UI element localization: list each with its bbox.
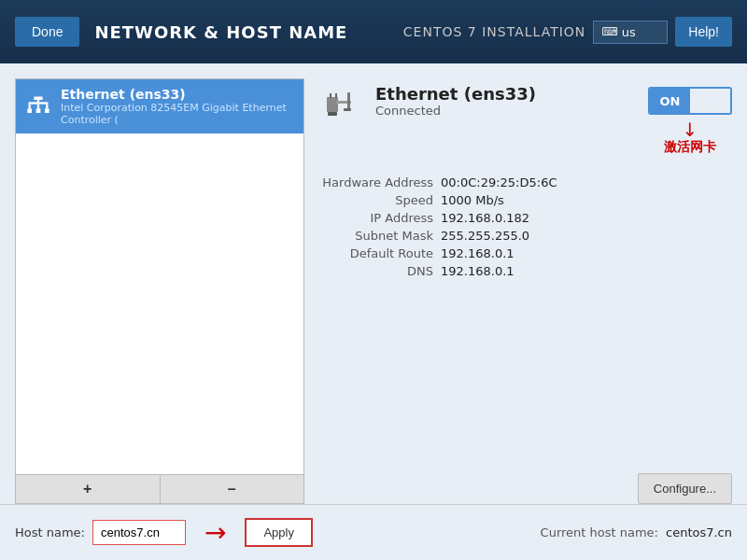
done-button[interactable]: Done [15,17,79,47]
add-network-button[interactable]: + [16,475,161,503]
remove-network-button[interactable]: – [161,475,304,503]
toggle-container: ON ↓ 激活网卡 [648,87,732,115]
network-list-item[interactable]: Ethernet (ens33) Intel Corporation 82545… [16,79,303,133]
default-route-label: Default Route [319,246,441,260]
eth-info: Ethernet (ens33) Connected [319,78,536,123]
current-hostname-label: Current host name: [541,525,658,539]
hostname-section: Host name: → Apply [15,518,313,547]
hostname-input[interactable] [92,520,186,545]
page-title: NETWORK & HOST NAME [94,22,347,42]
svg-rect-15 [344,108,351,111]
annotation: ↓ 激活网卡 [664,120,716,156]
svg-rect-4 [37,105,39,109]
eth-header: Ethernet (ens33) Connected ON ↓ 激活网卡 [319,78,732,123]
network-list: Ethernet (ens33) Intel Corporation 82545… [15,78,304,475]
hardware-address-value: 00:0C:29:25:D5:6C [441,175,557,189]
svg-rect-3 [29,105,31,109]
subnet-value: 255.255.255.0 [441,229,529,243]
left-panel: Ethernet (ens33) Intel Corporation 82545… [15,78,304,504]
default-route-row: Default Route 192.168.0.1 [319,246,732,260]
bottom-bar: Host name: → Apply Current host name: ce… [0,504,747,560]
hardware-address-label: Hardware Address [319,175,441,189]
language-selector[interactable]: ⌨ us [593,21,668,44]
network-item-desc: Intel Corporation 82545EM Gigabit Ethern… [61,102,294,126]
hostname-label: Host name: [15,525,85,539]
centos-title: CENTOS 7 INSTALLATION [403,24,585,39]
configure-button[interactable]: Configure... [638,473,732,504]
subnet-label: Subnet Mask [319,229,441,243]
svg-rect-8 [34,97,42,101]
header-right: CENTOS 7 INSTALLATION ⌨ us Help! [403,17,732,47]
current-hostname-value: centos7.cn [666,525,732,539]
svg-rect-9 [327,97,338,112]
ip-value: 192.168.0.182 [441,211,529,225]
eth-status: Connected [375,104,536,118]
default-route-value: 192.168.0.1 [441,246,514,260]
keyboard-icon: ⌨ [601,25,617,38]
speed-row: Speed 1000 Mb/s [319,193,732,207]
annotation-text: 激活网卡 [664,139,716,156]
eth-name: Ethernet (ens33) [375,84,536,104]
ethernet-list-icon [25,93,51,119]
toggle-off[interactable] [690,89,730,113]
header-left: Done NETWORK & HOST NAME [15,17,347,47]
list-controls: + – [15,475,304,504]
eth-title-block: Ethernet (ens33) Connected [375,84,536,118]
lang-value: us [622,25,636,39]
current-hostname-section: Current host name: centos7.cn [541,525,732,539]
svg-rect-2 [45,108,49,113]
ip-label: IP Address [319,211,441,225]
svg-rect-6 [29,102,49,104]
network-details: Hardware Address 00:0C:29:25:D5:6C Speed… [319,175,732,451]
network-item-info: Ethernet (ens33) Intel Corporation 82545… [61,87,294,126]
header: Done NETWORK & HOST NAME CENTOS 7 INSTAL… [0,0,747,63]
arrow-right-icon: → [204,520,226,546]
arrow-down-icon: ↓ [683,120,698,139]
dns-label: DNS [319,264,441,278]
speed-value: 1000 Mb/s [441,193,504,207]
svg-rect-12 [328,112,337,116]
toggle-on[interactable]: ON [650,89,690,113]
ip-row: IP Address 192.168.0.182 [319,211,732,225]
svg-rect-0 [27,108,32,113]
network-item-name: Ethernet (ens33) [61,87,294,102]
svg-rect-14 [347,92,350,109]
right-panel: Ethernet (ens33) Connected ON ↓ 激活网卡 [319,78,732,504]
svg-rect-1 [36,108,41,113]
eth-toggle[interactable]: ON [648,87,732,115]
svg-rect-10 [330,93,331,98]
main-content: Ethernet (ens33) Intel Corporation 82545… [0,63,747,560]
dns-value: 192.168.0.1 [441,264,514,278]
ethernet-icon [319,78,364,123]
speed-label: Speed [319,193,441,207]
help-button[interactable]: Help! [675,17,732,47]
subnet-row: Subnet Mask 255.255.255.0 [319,229,732,243]
svg-rect-5 [46,105,48,109]
dns-row: DNS 192.168.0.1 [319,264,732,278]
hardware-address-row: Hardware Address 00:0C:29:25:D5:6C [319,175,732,189]
apply-button[interactable]: Apply [245,518,313,547]
svg-rect-11 [335,93,337,98]
